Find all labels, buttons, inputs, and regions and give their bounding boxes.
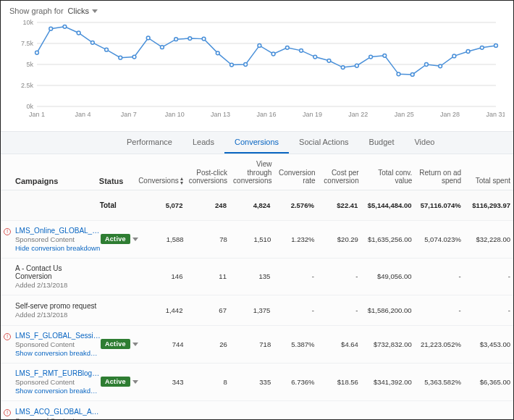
warning-icon[interactable]: ! <box>4 333 11 340</box>
cell-conversions: 1,442 <box>142 306 185 314</box>
svg-text:Jan 25: Jan 25 <box>395 111 414 118</box>
col-conversions[interactable]: Conversions▴▾ <box>141 177 186 185</box>
col-roas[interactable]: Return on ad spend <box>415 169 464 185</box>
svg-point-28 <box>132 55 136 59</box>
total-row: Total 5,072 248 4,824 2.576% $22.41 $5,1… <box>1 190 513 221</box>
warning-icon[interactable]: ! <box>4 228 11 235</box>
campaign-name[interactable]: LMS_F_RMT_EURBlog_Bu… <box>15 369 101 377</box>
svg-text:5k: 5k <box>26 61 33 68</box>
cell-rate: 1.232% <box>274 235 317 243</box>
cell-view_through: 718 <box>230 340 274 348</box>
conversion-breakdown-toggle[interactable]: Hide conversion breakdown <box>15 244 101 252</box>
svg-text:7.5k: 7.5k <box>21 40 34 47</box>
tab-social-actions[interactable]: Social Actions <box>289 132 358 154</box>
conversion-breakdown-toggle[interactable]: Show conversion breakdown <box>15 387 101 395</box>
status-badge[interactable]: Active <box>101 234 130 244</box>
cell-view_through: 1,375 <box>229 306 273 314</box>
col-cpc[interactable]: Cost per conversion <box>319 169 362 185</box>
svg-text:Jan 19: Jan 19 <box>303 111 322 118</box>
svg-point-54 <box>494 44 498 48</box>
svg-text:Jan 13: Jan 13 <box>211 111 230 118</box>
svg-point-27 <box>119 56 122 59</box>
cell-roas: - <box>414 306 463 314</box>
svg-point-36 <box>244 63 248 67</box>
added-date: Added 2/13/2018 <box>15 281 100 289</box>
cell-spent: $3,453.00 <box>464 340 513 348</box>
svg-point-51 <box>452 54 456 58</box>
svg-text:Jan 7: Jan 7 <box>121 111 137 118</box>
col-view-through[interactable]: View through conversions <box>230 160 274 185</box>
cell-post_click: 11 <box>185 272 229 280</box>
svg-point-48 <box>410 73 414 77</box>
campaign-type: Sponsored Content <box>15 235 101 243</box>
campaign-name: A - Contact Us Conversion <box>15 264 100 280</box>
svg-text:Jan 1: Jan 1 <box>29 111 45 118</box>
campaign-name: Self-serve promo request <box>15 302 100 310</box>
svg-point-49 <box>425 63 429 67</box>
campaign-table: Campaigns Status Conversions▴▾ Post-clic… <box>1 154 513 420</box>
chevron-down-icon[interactable] <box>132 238 138 241</box>
svg-point-29 <box>146 36 150 40</box>
conversion-breakdown-toggle[interactable]: Show conversion breakdown <box>15 349 101 357</box>
tab-performance[interactable]: Performance <box>117 132 182 154</box>
svg-point-21 <box>35 51 39 54</box>
cell-tcv: $732,832.00 <box>361 340 415 348</box>
metric-value: Clicks <box>68 7 89 15</box>
campaign-cell: Self-serve promo requestAdded 2/13/2018 <box>1 302 100 319</box>
campaign-type: Sponsored Content <box>15 378 101 386</box>
total-label: Total <box>100 201 117 209</box>
cell-cpc: - <box>317 306 361 314</box>
cell-spent: - <box>464 272 513 280</box>
col-tcv[interactable]: Total conv. value <box>362 169 416 185</box>
svg-text:Jan 16: Jan 16 <box>256 111 276 118</box>
chevron-down-icon[interactable] <box>132 343 138 346</box>
status-badge[interactable]: Active <box>101 377 130 387</box>
tab-leads[interactable]: Leads <box>182 132 224 154</box>
status-badge[interactable]: Active <box>101 339 130 349</box>
svg-point-46 <box>383 54 387 57</box>
table-row: Self-serve promo requestAdded 2/13/20181… <box>1 295 513 326</box>
cell-rate: - <box>273 272 316 280</box>
cell-view_through: 1,510 <box>230 235 274 243</box>
col-spent[interactable]: Total spent <box>464 177 513 185</box>
status-cell: Active <box>101 339 143 349</box>
status-cell: Active <box>101 234 143 244</box>
sort-icon[interactable]: ▴▾ <box>180 177 183 185</box>
tabs-container: PerformanceLeadsConversionsSocial Action… <box>1 131 513 154</box>
svg-text:Jan 4: Jan 4 <box>75 111 90 118</box>
tab-budget[interactable]: Budget <box>359 132 405 154</box>
cell-post_click: 67 <box>185 306 229 314</box>
cell-tcv: $1,635,256.00 <box>361 235 415 243</box>
cell-conversions: 146 <box>142 272 185 280</box>
svg-point-52 <box>466 50 470 54</box>
tab-video[interactable]: Video <box>404 132 445 154</box>
svg-point-22 <box>49 27 53 30</box>
tab-conversions[interactable]: Conversions <box>224 132 289 154</box>
col-status[interactable]: Status <box>99 177 141 185</box>
svg-point-45 <box>369 55 373 59</box>
svg-point-44 <box>355 64 358 67</box>
cell-roas: 21,223.052% <box>415 340 464 348</box>
cell-post_click: 26 <box>187 340 230 348</box>
svg-text:Jan 31: Jan 31 <box>486 111 505 118</box>
cell-roas: - <box>414 272 463 280</box>
chevron-down-icon[interactable] <box>132 380 138 384</box>
warning-icon[interactable]: ! <box>4 409 11 416</box>
col-post-click[interactable]: Post-click conversions <box>186 169 230 185</box>
added-date: Added 2/13/2018 <box>15 311 100 319</box>
col-rate[interactable]: Conversion rate <box>274 169 318 185</box>
svg-point-32 <box>188 37 192 41</box>
svg-point-25 <box>90 41 94 44</box>
svg-text:10k: 10k <box>22 19 33 26</box>
cell-tcv: $49,056.00 <box>361 272 414 280</box>
campaign-name[interactable]: LMS_F_GLOBAL_Sessions… <box>15 332 101 340</box>
col-campaigns[interactable]: Campaigns <box>1 177 99 185</box>
metric-dropdown[interactable]: Clicks <box>68 7 98 15</box>
table-row: !LMS_ACQ_GLOBAL_Advert…Sponsored Content <box>1 401 513 421</box>
campaign-name[interactable]: LMS_Online_GLOBAL_Re… <box>15 227 101 235</box>
status-cell: Active <box>101 377 143 387</box>
cell-cpc: $4.64 <box>318 340 361 348</box>
svg-point-30 <box>161 46 164 49</box>
svg-point-24 <box>77 31 80 35</box>
campaign-name[interactable]: LMS_ACQ_GLOBAL_Advert… <box>15 408 101 416</box>
